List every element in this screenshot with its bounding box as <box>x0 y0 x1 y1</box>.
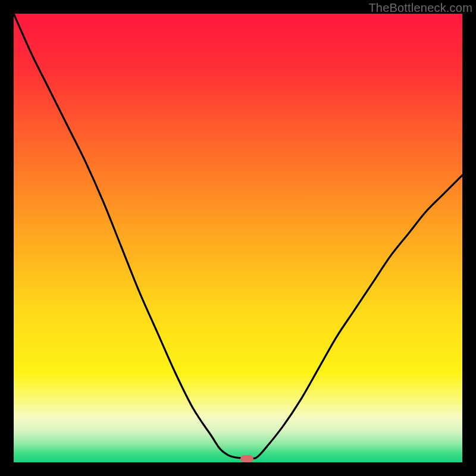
chart-stage: TheBottleneck.com <box>0 0 476 476</box>
bottleneck-curve <box>14 14 462 462</box>
plot-area <box>14 14 462 462</box>
watermark-text: TheBottleneck.com <box>368 1 472 15</box>
optimal-point-marker <box>240 455 253 462</box>
